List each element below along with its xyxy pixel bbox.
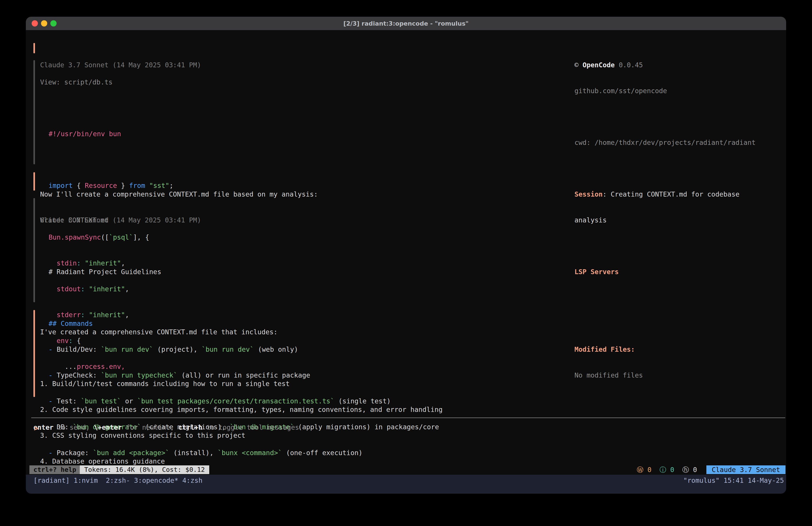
terminal-window: [2/3] radiant:3:opencode - "romulus" Cla…	[26, 17, 786, 494]
message-accent-bar	[33, 172, 35, 190]
help-badge[interactable]: ctrl+? help	[29, 465, 80, 474]
tool-block-bar	[33, 60, 35, 164]
modified-files-empty: No modified files	[575, 371, 756, 380]
prompt-input[interactable]: >	[34, 424, 38, 433]
tmux-statusbar: [radiant] 1:nvim 2:zsh- 3:opencode* 4:zs…	[26, 475, 786, 494]
tool-title: View: script/db.ts	[40, 78, 173, 87]
hint-line: enter to send, \+enter for newline, ctrl…	[33, 423, 299, 432]
code-line: #!/usr/bin/env bun	[40, 130, 173, 138]
spacer-row	[40, 354, 547, 362]
tokens-cost-badge: Tokens: 16.4K (8%), Cost: $0.12	[80, 465, 209, 474]
message-accent-bar	[33, 43, 35, 53]
diagnostic-counts: Ⓦ 0 ⓘ 0 ⓗ 0	[637, 465, 697, 474]
tool-block-bar	[33, 198, 35, 302]
message-text: Now I'll create a comprehensive CONTEXT.…	[40, 190, 318, 199]
spacer-row	[575, 242, 756, 251]
cwd-line: cwd: /home/thdxr/dev/projects/radiant/ra…	[575, 138, 756, 147]
warning-circle-icon: Ⓦ	[637, 466, 643, 474]
traffic-lights	[32, 20, 57, 27]
message-text: 1. Build/lint/test commands including ho…	[40, 380, 547, 388]
app-brand: © OpenCode 0.0.45	[575, 61, 756, 70]
session-line: Session: Creating CONTEXT.md for codebas…	[575, 190, 756, 199]
code-line	[40, 156, 173, 164]
zoom-button-icon[interactable]	[50, 20, 57, 27]
tool-title: Write: CONTEXT.md	[40, 216, 439, 225]
minimize-button-icon[interactable]	[41, 20, 47, 27]
message-text: 4. Database operations guidance	[40, 457, 547, 466]
spacer-row	[575, 164, 756, 173]
window-title: [2/3] radiant:3:opencode - "romulus"	[343, 20, 469, 27]
info-circle-icon: ⓘ	[659, 466, 666, 474]
spacer-row	[40, 242, 439, 251]
input-separator	[31, 417, 785, 418]
lsp-servers-header: LSP Servers	[575, 268, 756, 276]
md-line	[40, 294, 439, 302]
spacer-row	[575, 294, 756, 302]
message-text: I've created a comprehensive CONTEXT.md …	[40, 328, 547, 337]
message-accent-bar	[33, 310, 35, 397]
sidebar: © OpenCode 0.0.45 github.com/sst/opencod…	[575, 44, 756, 397]
window-titlebar[interactable]: [2/3] radiant:3:opencode - "romulus"	[26, 17, 786, 30]
spacer-row	[575, 113, 756, 121]
tmux-session-clock: "romulus" 15:41 14-May-25	[683, 476, 784, 485]
spacer-row	[575, 319, 756, 328]
hint-count: 0	[693, 466, 697, 474]
repo-link[interactable]: github.com/sst/opencode	[575, 87, 756, 95]
warning-count: 0	[647, 466, 651, 474]
spacer-row	[40, 104, 173, 113]
session-line-wrap: analysis	[575, 216, 756, 225]
info-count: 0	[670, 466, 674, 474]
modified-files-header: Modified Files:	[575, 345, 756, 354]
input-hints: enter to send, \+enter for newline, ctrl…	[33, 406, 299, 449]
model-badge[interactable]: Claude 3.7 Sonnet	[706, 465, 785, 474]
md-line: # Radiant Project Guidelines	[40, 268, 439, 276]
close-button-icon[interactable]	[32, 20, 38, 27]
hint-circle-icon: ⓗ	[682, 466, 689, 474]
tmux-windows-list[interactable]: [radiant] 1:nvim 2:zsh- 3:opencode* 4:zs…	[33, 476, 203, 485]
